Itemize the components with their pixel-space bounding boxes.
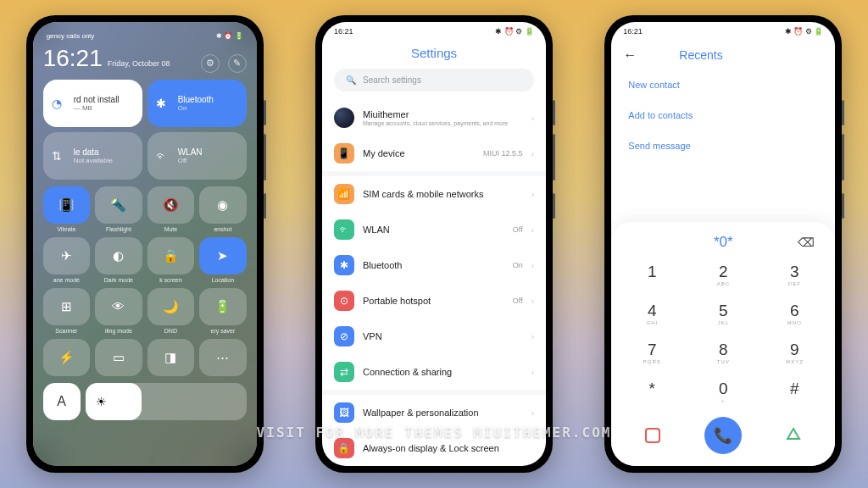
quick-tile-label: Flashlight xyxy=(106,226,131,232)
quick-tile-label: enshot xyxy=(214,226,231,232)
quick-tile-label: DND xyxy=(164,328,177,334)
quick-tile-extra[interactable]: ▭ xyxy=(95,339,142,376)
tile-storage[interactable]: ◔ rd not install— MB xyxy=(43,80,142,127)
status-time: 16:21 xyxy=(623,27,643,36)
settings-row[interactable]: ✱BluetoothOn› xyxy=(322,247,546,283)
quick-tile-Scanner[interactable]: ⊞ xyxy=(43,288,91,325)
quick-tile-label: Location xyxy=(212,277,234,283)
key-2[interactable]: 2ABC xyxy=(696,258,750,293)
account-row[interactable]: Miuithemer Manage accounts, cloud servic… xyxy=(322,100,546,136)
bluetooth-icon: ✱ xyxy=(156,97,166,110)
device-icon: 📱 xyxy=(334,143,354,164)
clock-date: Friday, October 08 xyxy=(108,59,170,68)
settings-item-icon: ✱ xyxy=(334,255,354,275)
expand-button[interactable] xyxy=(786,427,801,444)
tile-wlan[interactable]: ᯤ WLANOff xyxy=(147,132,247,180)
quick-tile-k screen[interactable]: 🔒 xyxy=(147,237,195,274)
brightness-slider[interactable]: ☀ xyxy=(86,383,247,420)
phone-control-center: gency calls only ✱ ⏰ 🔋 16:21 Friday, Oct… xyxy=(26,15,264,473)
chevron-right-icon: › xyxy=(531,368,534,377)
quick-tile-Dark mode[interactable]: ◐ xyxy=(95,237,142,274)
signal-icon: ⇅ xyxy=(52,149,62,163)
settings-item-icon: ⇄ xyxy=(334,362,354,382)
quick-tile-Location[interactable]: ➤ xyxy=(199,237,247,274)
edit-icon[interactable]: ✎ xyxy=(228,54,247,73)
wifi-icon: ᯤ xyxy=(156,149,168,163)
aod-row[interactable]: 🔒 Always-on display & Lock screen xyxy=(322,430,546,466)
call-button[interactable]: 📞 xyxy=(704,417,742,454)
dialer-link[interactable]: Send message xyxy=(611,130,835,161)
dialpad: *0* ⌫ 12ABC3DEF4GHI5JKL6MNO7PQRS8TUV9WXY… xyxy=(611,222,835,466)
water-drop-icon: ◔ xyxy=(52,97,62,110)
wallpaper-row[interactable]: 🖼 Wallpaper & personalization › xyxy=(322,395,546,430)
stop-button[interactable] xyxy=(645,428,660,443)
quick-tile-label: Vibrate xyxy=(57,226,75,232)
quick-tile-extra[interactable]: ⋯ xyxy=(199,339,247,376)
quick-tile-DND[interactable]: 🌙 xyxy=(147,288,195,325)
quick-tile-iling mode[interactable]: 👁 xyxy=(95,288,142,325)
chevron-right-icon: › xyxy=(531,149,534,158)
quick-tile-Vibrate[interactable]: 📳 xyxy=(43,186,91,224)
settings-item-icon: ⊘ xyxy=(334,326,354,347)
status-icons: ✱ ⏰ ⚙ 🔋 xyxy=(785,27,824,36)
search-placeholder: Search settings xyxy=(363,75,421,85)
settings-row[interactable]: ⇄Connection & sharing› xyxy=(322,354,546,390)
quick-tile-Flashlight[interactable]: 🔦 xyxy=(95,186,142,224)
dialer-link[interactable]: New contact xyxy=(611,69,835,100)
search-input[interactable]: 🔍 Search settings xyxy=(334,69,534,92)
status-icons: ✱ ⏰ ⚙ 🔋 xyxy=(495,27,534,36)
key-6[interactable]: 6MNO xyxy=(767,297,821,332)
status-bar: gency calls only ✱ ⏰ 🔋 xyxy=(43,30,247,42)
settings-row[interactable]: 📶SIM cards & mobile networks› xyxy=(322,176,546,212)
settings-icon[interactable]: ⚙ xyxy=(201,54,220,73)
settings-row[interactable]: ⊙Portable hotspotOff› xyxy=(322,283,546,319)
key-8[interactable]: 8TUV xyxy=(696,336,750,371)
quick-tile-label: k screen xyxy=(159,277,181,283)
tile-mobile-data[interactable]: ⇅ le dataNot available xyxy=(43,132,142,180)
quick-tile-label: Mute xyxy=(164,226,178,232)
quick-tile-label: Dark mode xyxy=(104,277,133,283)
phone-dialer: 16:21 ✱ ⏰ ⚙ 🔋 ← Recents New contactAdd t… xyxy=(604,15,842,473)
key-5[interactable]: 5JKL xyxy=(696,297,750,332)
page-title: Recents xyxy=(679,48,722,62)
tile-bluetooth[interactable]: ✱ BluetoothOn xyxy=(147,80,247,127)
avatar xyxy=(334,108,354,128)
key-*[interactable]: * xyxy=(625,374,679,410)
key-7[interactable]: 7PQRS xyxy=(625,336,679,371)
quick-tile-ery saver[interactable]: 🔋 xyxy=(199,288,247,325)
quick-tile-ane mode[interactable]: ✈ xyxy=(43,237,91,274)
key-0[interactable]: 0+ xyxy=(696,374,750,410)
chevron-right-icon: › xyxy=(531,114,534,123)
dialer-link[interactable]: Add to contacts xyxy=(611,100,835,130)
key-3[interactable]: 3DEF xyxy=(767,258,821,293)
backspace-button[interactable]: ⌫ xyxy=(798,236,815,249)
back-button[interactable]: ← xyxy=(623,47,637,63)
status-bar: 16:21 ✱ ⏰ ⚙ 🔋 xyxy=(322,22,546,41)
quick-tile-Mute[interactable]: 🔇 xyxy=(147,186,195,224)
auto-brightness-button[interactable]: A xyxy=(43,383,81,420)
status-bar: 16:21 ✱ ⏰ ⚙ 🔋 xyxy=(611,22,835,41)
settings-row[interactable]: ᯤWLANOff› xyxy=(322,212,546,247)
my-device-row[interactable]: 📱 My device MIUI 12.5.5 › xyxy=(322,136,546,171)
status-time: 16:21 xyxy=(334,27,353,36)
key-#[interactable]: # xyxy=(767,374,821,410)
quick-tile-label: Scanner xyxy=(55,328,77,334)
search-icon: 🔍 xyxy=(346,75,356,85)
key-4[interactable]: 4GHI xyxy=(625,297,679,332)
quick-tile-label: ery saver xyxy=(211,328,236,334)
settings-item-icon: ⊙ xyxy=(334,291,354,311)
page-title: Settings xyxy=(322,41,546,69)
quick-tile-enshot[interactable]: ◉ xyxy=(199,186,247,224)
quick-tile-label: iling mode xyxy=(105,328,132,334)
chevron-right-icon: › xyxy=(531,297,534,306)
settings-item-icon: ᯤ xyxy=(334,219,354,240)
lock-icon: 🔒 xyxy=(334,438,354,458)
chevron-right-icon: › xyxy=(531,225,534,235)
settings-row[interactable]: ⊘VPN› xyxy=(322,319,546,354)
quick-tile-extra[interactable]: ◨ xyxy=(147,339,195,376)
key-1[interactable]: 1 xyxy=(625,258,679,293)
quick-tile-extra[interactable]: ⚡ xyxy=(43,339,91,376)
chevron-right-icon: › xyxy=(531,190,534,199)
key-9[interactable]: 9WXYZ xyxy=(767,336,821,371)
chevron-right-icon: › xyxy=(531,332,534,341)
